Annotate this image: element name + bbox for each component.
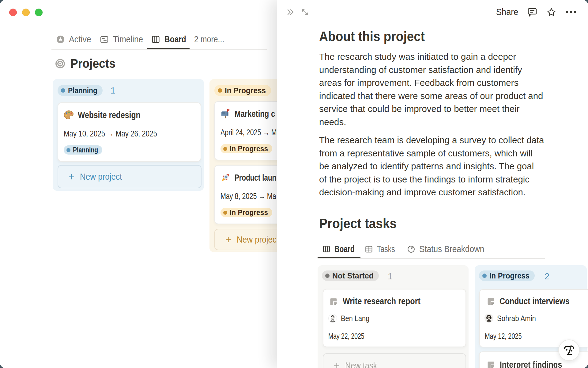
tab-board-label: Board [164, 34, 186, 44]
card-dates: May 8, 2025 → Ma [221, 191, 276, 201]
zoom-button[interactable] [35, 9, 43, 16]
status-pill-in-progress[interactable]: In Progress [479, 270, 535, 281]
rocket-emoji [220, 172, 231, 183]
column-planning-header: Planning 1 [58, 85, 115, 96]
avatar-sohrab-amin [485, 314, 493, 322]
tab-status-breakdown[interactable]: Status Breakdown [407, 240, 484, 258]
board-icon [322, 245, 330, 253]
more-options-icon[interactable] [565, 6, 577, 18]
card-status: In Progress [221, 208, 272, 217]
palette-emoji [63, 109, 74, 120]
card-title: Product laun [235, 172, 276, 183]
status-pill-label: Planning [68, 86, 97, 94]
status-pill-not-started[interactable]: Not Started [322, 270, 379, 281]
mailbox-emoji [220, 108, 231, 119]
task-date: May 12, 2025 [485, 331, 522, 341]
column-in-progress-header: In Progress [214, 85, 271, 96]
status-pill-label: In Progress [230, 145, 268, 152]
tab-more[interactable]: 2 more... [194, 31, 224, 48]
table-icon [365, 245, 373, 253]
status-dot [61, 88, 65, 93]
plus-icon [67, 173, 76, 181]
ai-face-icon [562, 343, 576, 357]
card-status: In Progress [221, 144, 272, 153]
tab-bar-divider [318, 258, 545, 259]
tab-active[interactable]: Active [56, 31, 91, 48]
status-dot [325, 274, 330, 278]
task-card-conduct-interviews[interactable]: Conduct interviews Sohrab Amin May 12, 2… [479, 289, 588, 347]
plus-icon [224, 236, 232, 244]
card-status: Planning [64, 145, 102, 155]
expand-icon[interactable] [301, 8, 309, 16]
column-in-progress-header: In Progress [479, 270, 535, 281]
tab-more-label: 2 more... [194, 34, 224, 44]
share-button[interactable]: Share [496, 7, 518, 17]
star-circle-icon [56, 35, 65, 44]
status-dot [66, 148, 70, 152]
task-title: Write research report [343, 296, 420, 306]
column-count: 1 [388, 271, 393, 282]
tab-board[interactable]: Board [151, 31, 186, 48]
page-title-text: Projects [70, 55, 115, 72]
view-tab-bar: Active Timeline Board 2 more... [0, 30, 277, 50]
tab-active-label: Active [69, 34, 91, 44]
new-project-button[interactable]: New project [58, 165, 202, 188]
column-count: 2 [545, 271, 549, 282]
notion-ai-button[interactable] [558, 339, 580, 361]
window-controls [9, 9, 43, 16]
app-window: Active Timeline Board 2 more... [0, 0, 588, 368]
tab-board-label: Board [334, 244, 355, 254]
column-not-started-header: Not Started [322, 270, 379, 281]
card-dates: April 24, 2025 → M [221, 128, 277, 137]
target-icon [55, 59, 65, 68]
task-assignee: Ben Lang [341, 313, 369, 323]
tab-timeline[interactable]: Timeline [100, 31, 143, 48]
project-card-website-redesign[interactable]: Website redesign May 10, 2025 → May 26, … [58, 102, 201, 162]
plus-icon [333, 362, 341, 368]
minimize-button[interactable] [22, 9, 30, 16]
status-pill-planning[interactable]: Planning [58, 85, 103, 96]
new-project-label: New project [237, 235, 279, 245]
tab-tasks-label: Tasks [377, 244, 395, 254]
status-pill-label: In Progress [225, 86, 266, 94]
about-heading: About this project [319, 27, 425, 46]
status-pill-label: Not Started [332, 272, 374, 280]
tab-tasks[interactable]: Tasks [365, 240, 395, 258]
tab-timeline-label: Timeline [113, 34, 143, 44]
board-icon [151, 35, 160, 44]
card-title: Website redesign [78, 110, 141, 120]
page-title: Projects [55, 55, 115, 72]
side-peek-panel: Share About this project The research st… [277, 0, 588, 368]
avatar-ben-lang [329, 314, 337, 322]
new-task-button[interactable]: New task [323, 353, 466, 368]
card-title: Marketing c [235, 109, 275, 119]
page-icon [487, 297, 495, 306]
new-project-label: New project [80, 172, 122, 182]
column-count: 1 [111, 86, 115, 96]
page-icon [329, 297, 338, 306]
status-dot [482, 274, 487, 278]
tab-board[interactable]: Board [322, 240, 355, 258]
column-not-started: Not Started 1 Write research report Ben … [318, 265, 469, 368]
close-button[interactable] [9, 9, 17, 16]
task-title: Conduct interviews [499, 296, 570, 306]
status-pill-label: In Progress [230, 209, 268, 216]
status-pill-in-progress[interactable]: In Progress [214, 85, 271, 96]
peek-toolbar-right: Share [496, 0, 577, 24]
about-paragraph-1: The research study was initiated to gain… [319, 50, 543, 128]
status-dot [223, 211, 227, 215]
desktop-background: Active Timeline Board 2 more... [0, 0, 588, 368]
comments-icon[interactable] [527, 7, 537, 17]
status-pill-label: In Progress [489, 272, 530, 280]
double-chevron-right-icon[interactable] [286, 8, 295, 16]
pie-icon [407, 245, 415, 253]
task-card-write-research-report[interactable]: Write research report Ben Lang May 22, 2… [323, 289, 466, 347]
column-planning: Planning 1 Website redesign May 10, 2025… [53, 79, 204, 191]
status-pill-label: Planning [73, 146, 98, 154]
page-icon [487, 361, 495, 368]
new-task-label: New task [345, 361, 377, 368]
tasks-heading: Project tasks [319, 214, 397, 233]
card-dates: May 10, 2025 → May 26, 2025 [64, 129, 157, 139]
about-paragraph-2: The research team is developing a survey… [319, 134, 544, 199]
favorite-star-icon[interactable] [546, 7, 556, 17]
